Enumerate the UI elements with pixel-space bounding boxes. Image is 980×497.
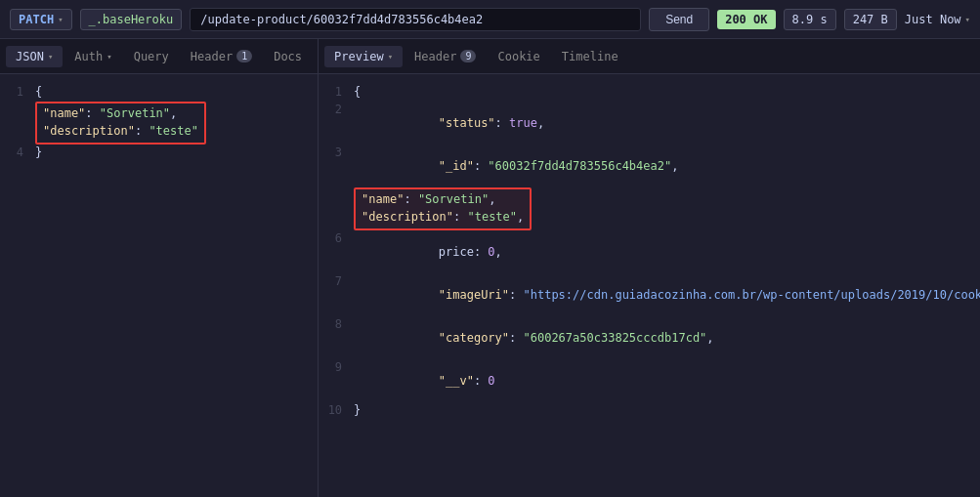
time-badge: 8.9 s	[784, 9, 836, 30]
response-header-badge: 9	[460, 50, 476, 62]
status-code-badge: 200 OK	[717, 10, 775, 29]
json-tab-chevron-icon: ▾	[48, 52, 53, 62]
size-badge: 247 B	[844, 9, 897, 30]
preview-chevron-icon: ▾	[388, 52, 393, 62]
code-line-3: "description": "teste"	[43, 123, 198, 141]
url-input[interactable]	[190, 8, 641, 31]
tab-response-header[interactable]: Header 9	[405, 46, 486, 67]
method-selector[interactable]: PATCH ▾	[10, 9, 72, 30]
env-selector[interactable]: _.baseHeroku	[80, 9, 183, 30]
method-chevron-icon: ▾	[58, 15, 63, 24]
request-body-editor[interactable]: 1 { "name": "Sorvetin", "description": "…	[0, 74, 318, 497]
timestamp-label: Just Now ▾	[905, 13, 970, 26]
resp-line-8: 8 "category": "600267a50c33825cccdb17cd"…	[319, 316, 980, 359]
code-line-2: "name": "Sorvetin",	[43, 105, 198, 123]
main-layout: JSON ▾ Auth ▾ Query Header 1 Docs 1 {	[0, 39, 980, 497]
resp-line-10: 10 }	[319, 402, 980, 420]
code-line-1: 1 {	[0, 84, 318, 102]
tab-query[interactable]: Query	[124, 46, 179, 67]
tab-header[interactable]: Header 1	[181, 46, 262, 67]
auth-tab-chevron-icon: ▾	[107, 52, 111, 62]
resp-line-5: "description": "teste",	[362, 209, 524, 227]
tab-docs[interactable]: Docs	[264, 46, 312, 67]
method-label: PATCH	[19, 13, 54, 26]
resp-line-1: 1 {	[319, 84, 980, 102]
resp-line-7: 7 "imageUri": "https://cdn.guiadacozinha…	[319, 273, 980, 316]
timestamp-chevron-icon: ▾	[965, 15, 970, 24]
request-panel: JSON ▾ Auth ▾ Query Header 1 Docs 1 {	[0, 39, 319, 497]
top-bar: PATCH ▾ _.baseHeroku Send 200 OK 8.9 s 2…	[0, 0, 980, 39]
request-tab-bar: JSON ▾ Auth ▾ Query Header 1 Docs	[0, 39, 318, 74]
resp-line-4: "name": "Sorvetin",	[362, 191, 524, 209]
resp-line-6: 6 price: 0,	[319, 230, 980, 273]
header-badge: 1	[236, 50, 252, 62]
response-tab-bar: Preview ▾ Header 9 Cookie Timeline	[319, 39, 980, 74]
tab-auth[interactable]: Auth ▾	[64, 46, 121, 67]
response-body-viewer: 1 { 2 "status": true, 3 "_id": "60032f7d…	[319, 74, 980, 497]
send-button[interactable]: Send	[649, 8, 709, 31]
tab-cookie[interactable]: Cookie	[488, 46, 549, 67]
resp-line-3: 3 "_id": "60032f7dd4d783556c4b4ea2",	[319, 145, 980, 187]
code-line-4: 4 }	[0, 145, 318, 162]
env-label: _.baseHeroku	[89, 13, 174, 26]
response-panel: Preview ▾ Header 9 Cookie Timeline 1 { 2	[319, 39, 980, 497]
tab-timeline[interactable]: Timeline	[552, 46, 628, 67]
resp-line-2: 2 "status": true,	[319, 102, 980, 145]
resp-line-9: 9 "__v": 0	[319, 359, 980, 402]
tab-preview[interactable]: Preview ▾	[324, 46, 403, 67]
tab-json[interactable]: JSON ▾	[6, 46, 63, 67]
